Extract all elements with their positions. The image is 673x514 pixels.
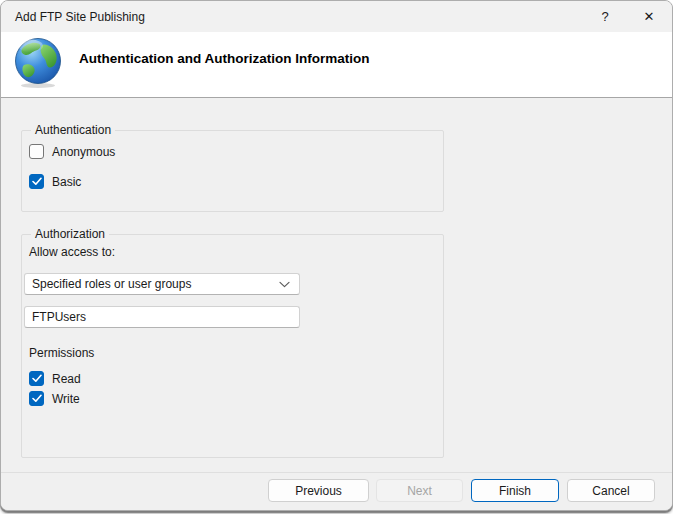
previous-button[interactable]: Previous (268, 479, 369, 502)
check-icon (32, 374, 42, 383)
write-checkbox-label[interactable]: Write (52, 392, 80, 406)
wizard-footer: Previous Next Finish Cancel (1, 472, 672, 511)
allow-access-select[interactable]: Specified roles or user groups (24, 273, 300, 295)
anonymous-checkbox[interactable] (29, 144, 44, 159)
close-button[interactable]: ✕ (632, 1, 666, 32)
next-button[interactable]: Next (376, 479, 463, 502)
finish-button[interactable]: Finish (471, 479, 559, 502)
read-checkbox-row[interactable]: Read (29, 371, 81, 386)
anonymous-checkbox-label[interactable]: Anonymous (52, 145, 115, 159)
read-checkbox-label[interactable]: Read (52, 372, 81, 386)
users-input[interactable] (24, 306, 300, 328)
page-title: Authentication and Authorization Informa… (79, 51, 369, 66)
allow-access-label: Allow access to: (29, 245, 115, 259)
screen: Add FTP Site Publishing ? ✕ (0, 0, 673, 514)
cancel-button[interactable]: Cancel (567, 479, 655, 502)
authorization-legend: Authorization (31, 227, 109, 242)
basic-checkbox-label[interactable]: Basic (52, 175, 81, 189)
help-icon: ? (601, 9, 608, 24)
title-bar[interactable]: Add FTP Site Publishing ? ✕ (1, 1, 672, 32)
allow-access-selected-value: Specified roles or user groups (32, 277, 191, 291)
write-checkbox-row[interactable]: Write (29, 391, 80, 406)
window-title: Add FTP Site Publishing (15, 10, 145, 24)
check-icon (32, 177, 42, 186)
authorization-group: Authorization Allow access to: Specified… (21, 234, 444, 458)
globe-icon (13, 36, 65, 94)
chevron-down-icon (279, 281, 290, 288)
check-icon (32, 394, 42, 403)
permissions-label: Permissions (29, 346, 94, 360)
close-icon: ✕ (644, 9, 655, 24)
write-checkbox[interactable] (29, 391, 44, 406)
authentication-legend: Authentication (31, 123, 115, 138)
help-button[interactable]: ? (588, 1, 622, 32)
wizard-content: Authentication Anonymous Basic Authoriza… (1, 98, 672, 472)
basic-checkbox[interactable] (29, 174, 44, 189)
anonymous-checkbox-row[interactable]: Anonymous (29, 144, 115, 159)
authentication-group: Authentication Anonymous Basic (21, 130, 444, 212)
wizard-header: Authentication and Authorization Informa… (1, 32, 672, 98)
read-checkbox[interactable] (29, 371, 44, 386)
basic-checkbox-row[interactable]: Basic (29, 174, 81, 189)
add-ftp-site-publishing-dialog: Add FTP Site Publishing ? ✕ (0, 0, 673, 511)
